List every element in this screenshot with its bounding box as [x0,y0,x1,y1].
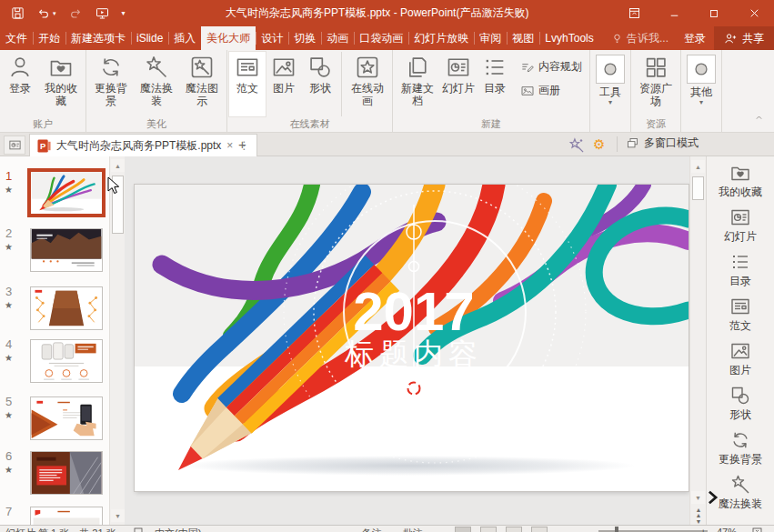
ribbon-display-options-button[interactable] [614,0,654,26]
slide-thumbnail-5[interactable] [30,396,103,440]
slide-editing-canvas[interactable]: 2017 标题内容 [126,156,689,525]
button-label: 魔法换装 [136,82,177,107]
slide-title-text[interactable]: 标题内容 [344,337,483,370]
reading-view-button[interactable] [506,527,522,532]
tab-新建选项卡[interactable]: 新建选项卡 [65,26,131,50]
其他-button[interactable]: 其他▾ [683,52,719,116]
undo-button[interactable]: ▾ [36,7,56,20]
魔法换装-button[interactable]: 魔法换装 [134,52,179,116]
save-icon[interactable] [11,6,25,20]
tab-开始[interactable]: 开始 [33,26,65,50]
sidebar-item-图片[interactable]: 图片 [707,336,774,381]
share-button[interactable]: 共享 [714,26,774,50]
panel-scroll-thumb[interactable] [112,176,124,234]
button-label: 图片 [273,82,295,95]
maximize-button[interactable] [694,0,734,26]
工具-button[interactable]: 工具▾ [592,52,628,116]
start-slideshow-icon[interactable] [95,6,110,21]
spellcheck-icon[interactable] [133,527,144,532]
canvas-scroll-thumb[interactable] [692,176,704,200]
魔法图示-button[interactable]: 魔法图示 [179,52,225,116]
panel-scroll-down-icon[interactable]: ▼ [111,509,125,522]
document-tab[interactable]: P 大气时尚杂志风商务PPT模板.pptx × ⋮ [29,134,257,156]
starred-icon: ★ [5,185,13,195]
tell-me-box[interactable]: 告诉我... [604,31,676,46]
sign-in-link[interactable]: 登录 [676,31,714,46]
panel-scroll-up-icon[interactable]: ▲ [111,159,125,172]
tab-动画[interactable]: 动画 [321,26,354,50]
new-document-tab-button[interactable]: + [238,136,246,152]
tab-插入[interactable]: 插入 [168,26,201,50]
画册-button[interactable]: 画册 [520,83,582,98]
slideshow-view-button[interactable] [531,527,548,532]
starred-icon: ★ [5,465,13,475]
内容规划-button[interactable]: 内容规划 [520,59,582,75]
目录-button[interactable]: 目录 [477,52,513,116]
slide-thumbnail-3[interactable] [30,286,103,330]
slide-thumbnail-7[interactable] [30,507,103,525]
sidebar-item-幻灯片[interactable]: 幻灯片 [707,203,774,247]
previous-slide-button[interactable]: ▲▲ [691,507,706,518]
sidebar-collapse-icon[interactable] [707,489,719,507]
slide-panel-scrollbar[interactable]: ▲ ▼ [109,156,125,525]
fit-to-window-icon[interactable] [751,527,763,532]
ribbon-group-资源: 资源广场资源 [631,50,681,132]
customize-quick-access-icon[interactable]: ▾ [122,9,126,17]
tab-幻灯片放映[interactable]: 幻灯片放映 [408,26,474,50]
button-label: 内容规划 [538,59,582,75]
sidebar-item-更换背景[interactable]: 更换背景 [707,426,774,470]
slide-number: 5 [5,395,12,408]
tab-审阅[interactable]: 审阅 [474,26,507,50]
sidebar-item-形状[interactable]: 形状 [707,381,774,426]
slide-panel-toggle-icon[interactable] [4,136,25,155]
形状-button[interactable]: 形状 [302,52,338,116]
sidebar-item-目录[interactable]: 目录 [707,247,774,292]
zoom-slider-handle[interactable] [615,527,618,532]
zoom-in-button[interactable]: + [700,527,706,532]
normal-view-button[interactable] [455,527,471,532]
在线动画-button[interactable]: 在线动画 [341,52,390,116]
tab-LvyhTools[interactable]: LvyhTools [539,26,598,50]
multi-window-mode-button[interactable]: 多窗口模式 [626,136,699,151]
图片-button[interactable]: 图片 [266,52,302,116]
slide-thumbnail-6[interactable] [30,451,103,495]
我的收藏-button[interactable]: 我的收藏 [38,52,84,116]
slide-year-text[interactable]: 2017 [353,281,474,342]
幻灯片-button[interactable]: 幻灯片 [440,52,477,116]
tab-设计[interactable]: 设计 [256,26,288,50]
notes-button[interactable]: 备注 [362,527,382,532]
grid-icon [643,55,668,80]
settings-gear-icon[interactable]: ⚙ [593,136,605,154]
canvas-scrollbar[interactable]: ▲ ▼ ▲▲ ▼▼ [689,156,706,525]
tab-文件[interactable]: 文件 [0,26,33,50]
language-indicator[interactable]: 中文(中国) [155,527,201,532]
minimize-button[interactable] [654,0,694,26]
slide-sorter-view-button[interactable] [480,527,497,532]
sidebar-item-范文[interactable]: 范文 [707,292,774,336]
登录-button[interactable]: 登录 [2,52,38,116]
canvas-scroll-up-icon[interactable]: ▲ [691,160,705,173]
tab-美化大师[interactable]: 美化大师 [201,26,256,50]
zoom-percentage[interactable]: 47% [717,527,737,532]
zoom-out-button[interactable]: − [587,527,592,532]
comments-button[interactable]: 批注 [403,527,423,532]
sidebar-item-我的收藏[interactable]: 我的收藏 [707,158,774,203]
slide-thumbnail-2[interactable] [30,228,103,272]
close-button[interactable] [734,0,774,26]
slide-thumbnail-4[interactable] [30,339,103,383]
canvas-scroll-down-icon[interactable]: ▼ [691,491,705,504]
slide-1-canvas[interactable]: 2017 标题内容 [135,185,689,491]
tab-口袋动画[interactable]: 口袋动画 [354,26,408,50]
tab-iSlide[interactable]: iSlide [131,26,168,50]
redo-button[interactable] [68,7,83,20]
新建文档-button[interactable]: 新建文档 [395,52,440,116]
tab-视图[interactable]: 视图 [507,26,539,50]
范文-button[interactable]: 范文 [229,52,266,116]
close-document-icon[interactable]: × [226,139,233,152]
资源广场-button[interactable]: 资源广场 [633,52,679,116]
更换背景-button[interactable]: 更换背景 [88,52,134,116]
tab-切换[interactable]: 切换 [288,26,321,50]
slide-thumbnail-1[interactable] [30,171,103,215]
beautify-wand-icon[interactable] [568,136,586,153]
collapse-ribbon-icon[interactable] [754,109,764,125]
